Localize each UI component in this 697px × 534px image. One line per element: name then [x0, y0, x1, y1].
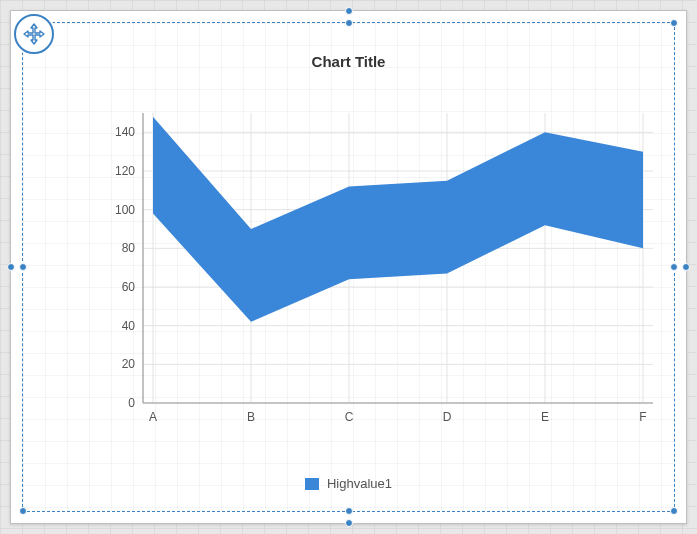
- svg-text:C: C: [345, 410, 354, 424]
- resize-handle-n[interactable]: [345, 7, 353, 15]
- svg-text:F: F: [639, 410, 646, 424]
- inner-handle-s[interactable]: [345, 507, 353, 515]
- svg-text:D: D: [443, 410, 452, 424]
- svg-text:80: 80: [122, 241, 136, 255]
- inner-handle-se[interactable]: [670, 507, 678, 515]
- inner-handle-sw[interactable]: [19, 507, 27, 515]
- svg-text:B: B: [247, 410, 255, 424]
- svg-text:A: A: [149, 410, 157, 424]
- svg-text:E: E: [541, 410, 549, 424]
- svg-text:140: 140: [115, 125, 135, 139]
- spreadsheet-canvas: Chart Title 020406080100120140ABCDEF Hig…: [0, 0, 697, 534]
- legend-label: Highvalue1: [327, 476, 392, 491]
- inner-handle-ne[interactable]: [670, 19, 678, 27]
- svg-text:120: 120: [115, 164, 135, 178]
- inner-handle-n[interactable]: [345, 19, 353, 27]
- resize-handle-s[interactable]: [345, 519, 353, 527]
- chart-legend[interactable]: Highvalue1: [23, 476, 674, 491]
- inner-handle-e[interactable]: [670, 263, 678, 271]
- chart-plot-area[interactable]: 020406080100120140ABCDEF: [103, 103, 663, 433]
- svg-text:60: 60: [122, 280, 136, 294]
- svg-text:40: 40: [122, 319, 136, 333]
- svg-text:20: 20: [122, 357, 136, 371]
- series-area[interactable]: [153, 117, 643, 322]
- chart-title[interactable]: Chart Title: [23, 53, 674, 70]
- inner-handle-w[interactable]: [19, 263, 27, 271]
- resize-handle-e[interactable]: [682, 263, 690, 271]
- svg-text:100: 100: [115, 203, 135, 217]
- legend-swatch: [305, 478, 319, 490]
- chart-svg: 020406080100120140ABCDEF: [103, 103, 663, 433]
- svg-text:0: 0: [128, 396, 135, 410]
- resize-handle-w[interactable]: [7, 263, 15, 271]
- chart-plot-selection[interactable]: Chart Title 020406080100120140ABCDEF Hig…: [22, 22, 675, 512]
- move-handle-icon[interactable]: [14, 14, 54, 54]
